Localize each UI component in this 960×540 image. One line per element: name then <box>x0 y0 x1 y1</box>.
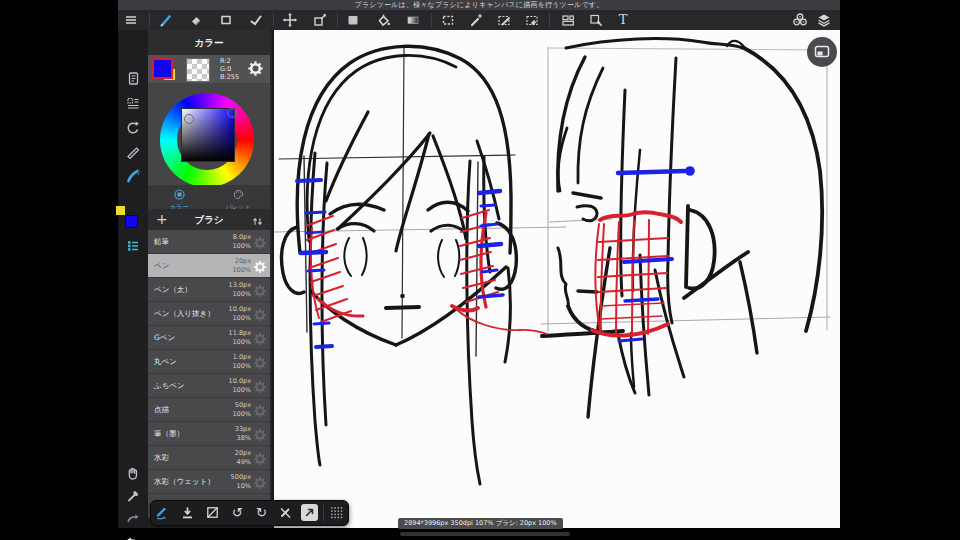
left-sidebar <box>118 30 148 528</box>
brush-name: Gペン <box>154 326 175 350</box>
sv-handle[interactable] <box>227 108 237 118</box>
brush-settings-gear-icon[interactable] <box>253 307 267 321</box>
brush-settings-gear-icon[interactable] <box>253 331 267 345</box>
brush-size: 1.0px <box>232 353 251 362</box>
gradient-tool-icon[interactable] <box>405 12 421 28</box>
brush-item[interactable]: ふちペン10.0px100% <box>148 374 270 398</box>
brush-item[interactable]: 点描50px100% <box>148 398 270 422</box>
brush-name: ペン（入り抜き） <box>154 302 215 326</box>
brush-settings-gear-icon[interactable] <box>253 235 267 249</box>
brush-settings-gear-icon[interactable] <box>253 427 267 441</box>
move-tool-icon[interactable] <box>282 12 298 28</box>
brush-size: 50px <box>232 401 251 410</box>
brush-settings-gear-icon[interactable] <box>253 379 267 393</box>
rotate-canvas-icon[interactable] <box>125 120 141 136</box>
marquee-select-icon[interactable] <box>440 12 456 28</box>
brush-item[interactable]: ペン（入り抜き）10.0px100% <box>148 302 270 326</box>
redo-quick-icon[interactable]: ↻ <box>254 505 269 520</box>
select-list-icon[interactable] <box>125 95 141 111</box>
brush-settings-gear-icon[interactable] <box>253 283 267 297</box>
reference-window-button[interactable] <box>807 37 837 67</box>
brush-settings-gear-icon[interactable] <box>253 451 267 465</box>
pop-out-button[interactable] <box>301 504 318 521</box>
undo-icon[interactable] <box>125 534 141 540</box>
brush-item[interactable]: 丸ペン1.0px100% <box>148 350 270 374</box>
select-eraser-icon[interactable] <box>524 12 540 28</box>
tooltip-text: ブラシツールは、様々なブラシによりキャンバスに描画を行うツールです。 <box>355 1 604 9</box>
brush-item[interactable]: 筆（墨）33px38% <box>148 422 270 446</box>
color-set-icon[interactable] <box>125 262 141 278</box>
transparent-color-icon[interactable] <box>205 505 220 520</box>
foreground-color-swatch[interactable] <box>125 215 141 231</box>
toolbar-divider <box>337 13 338 27</box>
select-pen-icon[interactable] <box>496 12 512 28</box>
airbrush-icon[interactable] <box>125 168 141 184</box>
brush-item[interactable]: Gペン11.8px100% <box>148 326 270 350</box>
brush-size: 500px <box>231 473 251 482</box>
drawing-canvas[interactable] <box>272 30 840 528</box>
brush-item[interactable]: 水彩20px49% <box>148 446 270 470</box>
brush-opacity: 100% <box>229 338 251 347</box>
divide-frame-icon[interactable] <box>560 12 576 28</box>
ruler-icon[interactable] <box>125 145 141 161</box>
brush-opacity: 100% <box>232 410 251 419</box>
eraser-tool-icon[interactable] <box>188 12 204 28</box>
redo-icon[interactable] <box>125 511 141 527</box>
pages-icon[interactable] <box>125 70 141 86</box>
undo-quick-icon[interactable]: ↺ <box>230 505 245 520</box>
brush-opacity: 100% <box>232 242 251 251</box>
brush-size: 11.8px <box>229 329 251 338</box>
save-brush-icon[interactable] <box>180 505 195 520</box>
brush-size: 33px <box>235 425 251 434</box>
brush-tool-icon[interactable] <box>158 12 174 28</box>
color-panel-title: カラー <box>148 30 270 55</box>
menu-icon[interactable] <box>123 12 139 28</box>
brush-opacity: 100% <box>232 362 251 371</box>
brush-name: 水彩（ウェット） <box>154 470 215 494</box>
brush-name: ふちペン <box>154 374 185 398</box>
brush-item[interactable]: 水彩（ウェット）500px10% <box>148 470 270 494</box>
hand-tool-icon[interactable] <box>125 465 141 481</box>
transform-tool-icon[interactable] <box>312 12 328 28</box>
hue-handle[interactable] <box>184 114 194 124</box>
polyline-pen-tool-icon[interactable] <box>248 12 264 28</box>
brush-opacity: 10% <box>231 482 251 491</box>
eyedropper-icon[interactable] <box>125 488 141 504</box>
fill-tool-icon[interactable] <box>345 12 361 28</box>
brush-item[interactable]: ペン20px100% <box>148 254 270 278</box>
rgb-g-value: G:0 <box>220 65 231 73</box>
toolbar-divider <box>149 13 150 27</box>
shape-tool-icon[interactable] <box>218 12 234 28</box>
brush-item[interactable]: 鉛筆8.0px100% <box>148 230 270 254</box>
canvas-sketch <box>274 30 840 528</box>
transparent-color-swatch[interactable] <box>186 58 210 82</box>
color-settings-gear-icon[interactable] <box>247 60 264 77</box>
brush-item[interactable]: ペン（太）13.0px100% <box>148 278 270 302</box>
materials-icon[interactable] <box>792 12 808 28</box>
magic-wand-icon[interactable] <box>468 12 484 28</box>
sort-brushes-icon[interactable] <box>251 213 264 226</box>
layers-icon[interactable] <box>816 12 832 28</box>
brush-size: 8.0px <box>232 233 251 242</box>
object-select-icon[interactable] <box>588 12 604 28</box>
brush-name: ペン（太） <box>154 278 192 302</box>
brush-size: 20px <box>235 449 251 458</box>
text-tool-icon[interactable]: T <box>615 12 631 28</box>
brush-settings-gear-icon[interactable] <box>253 259 267 273</box>
canvas-info-text: 2894*3996px 350dpi 107% ブラシ: 20px 100% <box>404 519 557 527</box>
layer-list-icon[interactable] <box>125 238 141 254</box>
brush-name: ペン <box>154 254 169 278</box>
brush-name: 丸ペン <box>154 350 177 374</box>
pen-disable-icon[interactable] <box>278 505 293 520</box>
foreground-color-swatch-large[interactable] <box>152 58 176 81</box>
brush-settings-gear-icon[interactable] <box>253 475 267 489</box>
bucket-tool-icon[interactable] <box>375 12 391 28</box>
brush-settings-gear-icon[interactable] <box>253 403 267 417</box>
color-brush-panel: カラー R:2 G:0 B:255 カラー パレット <box>148 30 270 528</box>
brush-opacity: 100% <box>229 290 251 299</box>
brush-settings-gear-icon[interactable] <box>253 355 267 369</box>
brush-name: 筆（墨） <box>154 422 184 446</box>
brush-quick-icon[interactable] <box>154 505 169 520</box>
home-indicator[interactable] <box>400 532 570 536</box>
drag-handle-icon[interactable] <box>329 505 344 520</box>
